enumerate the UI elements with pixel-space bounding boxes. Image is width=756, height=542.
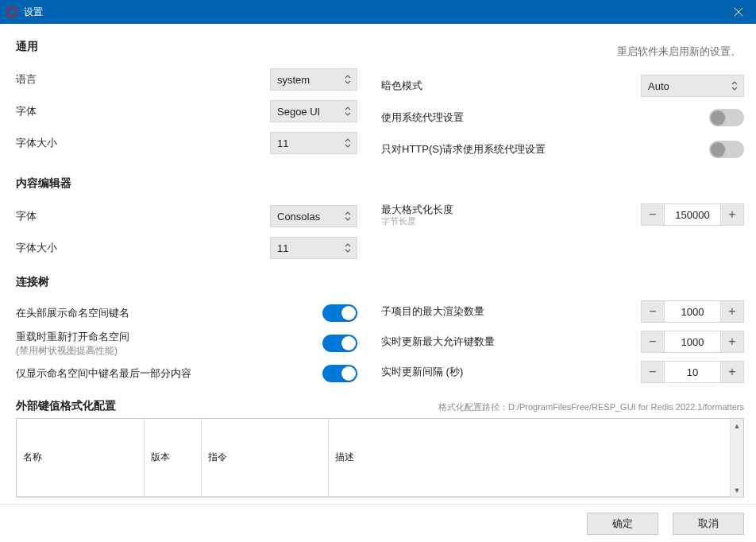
col-desc[interactable]: 描述	[328, 419, 730, 497]
plus-button[interactable]: +	[720, 331, 744, 353]
language-label: 语言	[16, 72, 270, 87]
chevron-updown-icon	[339, 211, 357, 222]
section-editor: 内容编辑器	[16, 176, 357, 191]
col-name[interactable]: 名称	[17, 419, 144, 497]
minus-button[interactable]: −	[641, 300, 665, 323]
editor-font-label: 字体	[16, 209, 270, 223]
language-select[interactable]: system	[270, 68, 357, 91]
http-proxy-label: 只对HTTP(S)请求使用系统代理设置	[381, 142, 709, 157]
editor-fontsize-label: 字体大小	[16, 241, 270, 255]
http-proxy-toggle[interactable]	[709, 141, 744, 158]
maxfmt-stepper[interactable]: − 150000 +	[641, 203, 744, 226]
fontsize-spinner[interactable]: 11	[270, 132, 357, 154]
cancel-button[interactable]: 取消	[673, 513, 744, 535]
plus-button[interactable]: +	[720, 361, 744, 383]
max-keys-stepper[interactable]: − 1000 +	[641, 331, 744, 353]
formatters-path: 格式化配置路径：D:/ProgramFilesFree/RESP_GUI for…	[116, 401, 744, 413]
show-last-toggle[interactable]	[322, 365, 357, 382]
font-select[interactable]: Segoe UI	[270, 100, 357, 122]
update-interval-stepper[interactable]: − 10 +	[641, 361, 744, 383]
font-label: 字体	[16, 104, 270, 118]
app-icon	[6, 6, 17, 17]
scrollbar[interactable]: ▲ ▼	[730, 419, 743, 497]
table-header-row: 名称 版本 指令 描述	[17, 419, 730, 497]
window-title: 设置	[24, 6, 720, 19]
editor-font-select[interactable]: Consolas	[270, 205, 357, 227]
minus-button[interactable]: −	[641, 331, 665, 353]
chevron-updown-icon	[339, 74, 357, 85]
titlebar: 设置	[0, 0, 756, 24]
chevron-updown-icon	[726, 80, 743, 91]
col-command[interactable]: 指令	[201, 419, 328, 497]
minus-button[interactable]: −	[641, 203, 665, 226]
system-proxy-label: 使用系统代理设置	[381, 110, 709, 125]
darkmode-select[interactable]: Auto	[641, 75, 744, 97]
max-keys-label: 实时更新最大允许键数量	[381, 335, 641, 349]
section-general: 通用	[16, 40, 357, 54]
update-interval-label: 实时更新间隔 (秒)	[381, 365, 641, 379]
plus-button[interactable]: +	[720, 300, 744, 323]
dialog-footer: 确定 取消	[0, 504, 756, 542]
show-ns-toggle[interactable]	[322, 304, 357, 322]
system-proxy-toggle[interactable]	[709, 109, 744, 126]
section-formatters: 外部键值格式化配置	[16, 399, 116, 413]
ok-button[interactable]: 确定	[587, 513, 658, 535]
reopen-ns-hint: (禁用树状视图提高性能)	[16, 344, 322, 358]
minus-button[interactable]: −	[641, 361, 665, 383]
reopen-ns-toggle[interactable]	[322, 335, 357, 352]
chevron-updown-icon	[339, 242, 357, 254]
maxfmt-hint: 字节长度	[381, 215, 641, 227]
close-icon	[735, 8, 742, 16]
scroll-up-icon[interactable]: ▲	[731, 419, 743, 432]
show-ns-label: 在头部展示命名空间键名	[16, 306, 322, 320]
fontsize-label: 字体大小	[16, 136, 270, 150]
restart-hint: 重启软件来启用新的设置。	[381, 40, 744, 70]
scroll-down-icon[interactable]: ▼	[731, 483, 743, 497]
chevron-updown-icon	[339, 137, 357, 149]
editor-fontsize-spinner[interactable]: 11	[270, 237, 357, 259]
col-version[interactable]: 版本	[144, 419, 201, 497]
chevron-updown-icon	[339, 106, 357, 117]
reopen-ns-label: 重载时重新打开命名空间	[16, 330, 322, 344]
show-last-label: 仅显示命名空间中键名最后一部分内容	[16, 366, 322, 381]
max-render-stepper[interactable]: − 1000 +	[641, 300, 744, 323]
max-render-label: 子项目的最大渲染数量	[381, 304, 641, 319]
formatters-table: 名称 版本 指令 描述 ▲ ▼	[16, 418, 744, 497]
plus-button[interactable]: +	[720, 203, 744, 226]
darkmode-label: 暗色模式	[381, 79, 641, 93]
section-tree: 连接树	[16, 275, 357, 289]
close-button[interactable]	[720, 0, 756, 24]
